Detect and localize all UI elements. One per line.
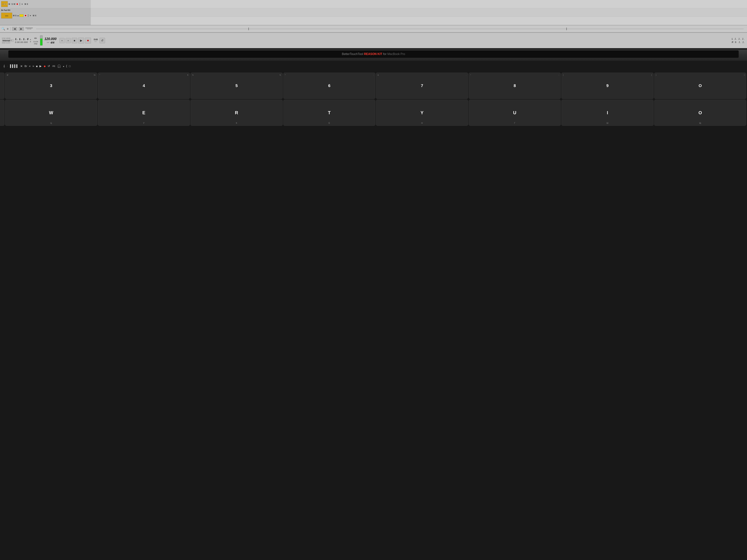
tap-label: TAP [47,42,49,43]
key-partial-left[interactable] [0,73,4,99]
tb-box-icon[interactable]: □ [69,64,70,68]
screen-bezel-bottom [0,48,187,50]
track2-m[interactable]: M [13,15,15,17]
rewind-small-btn[interactable]: ◀ [12,27,17,31]
key-e-main: E [142,110,145,115]
tb-bt-icon[interactable]: ⬥ [63,64,64,68]
ffwd-btn[interactable]: » [66,38,71,43]
key-partial-left-2[interactable] [0,100,4,126]
tb-bars-icon[interactable]: ▌▌▌▌ [10,64,18,68]
position-top: 1. 1. 1. 0 [15,37,29,41]
tb-record-icon[interactable]: ● [44,64,46,68]
track2-arrow[interactable]: ▼ [29,15,31,17]
track1-close[interactable]: X [27,3,28,5]
play-btn[interactable]: ▶ [78,37,84,44]
track1-arrow[interactable]: ▼ [21,3,23,5]
zoom-label: ZOOM [27,28,31,30]
metronome-bar [40,35,43,46]
timeline-ruler: 🔍 ⊕ ◀ ▶ ZOOM [0,25,187,32]
pencil-icon[interactable]: ✏ [34,36,37,41]
tempo-value[interactable]: 120.000 [45,37,56,41]
pre-label: PRE [34,43,37,45]
track2-yellow [20,14,24,17]
tb-stop-icon[interactable]: ■ [36,64,37,68]
key-e-sub: У [143,122,145,124]
track-grid [91,0,187,25]
sync-mode-label: SYNC MODE [2,37,14,39]
sync-mode-value: Internal [3,39,10,42]
alt-label: ALT [95,41,97,43]
track1-mute[interactable]: M [24,3,26,5]
tb-tools-icon[interactable]: ✕ [20,64,23,68]
key-3-topright: № [94,74,96,76]
track1-thumb [1,1,8,7]
zoom-in-icon[interactable]: ⊕ [7,27,9,30]
key-3-main: 3 [50,83,52,88]
click-pre-section: ✏ CLICK PRE [33,36,38,45]
key-w[interactable]: W Ц [5,100,97,126]
track1-controls-w[interactable]: W [14,3,15,5]
stop-btn[interactable]: ■ [72,38,77,43]
track2-w[interactable]: ʍ [17,15,19,17]
tb-loop-icon[interactable]: ↺ [48,64,50,68]
zoom-out-icon[interactable]: 🔍 [1,27,5,31]
tb-br-label[interactable]: Br [24,64,27,68]
track2-record-btn[interactable] [24,14,27,17]
daw-screen: M S W ▼ M X 8k Pad RH |||||||| M S ʍ ▼ M… [0,0,187,56]
transport-bar: SYNC MODE Internal ▼ SEND CLOCK 1. 1. 1.… [0,32,187,48]
track1-record-btn[interactable] [16,3,19,5]
transport-buttons: « » ■ ▶ ● [59,37,91,44]
touch-bar: BetterTouchTool REASON KIT for MacBook P… [8,50,187,58]
tb-ffwd-icon[interactable]: » [32,64,34,68]
key-w-main: W [49,110,53,115]
tb-parenthesis-icon[interactable]: ( [66,64,67,68]
sync-dropdown-arrow: ▼ [10,39,12,41]
keyboard-area: @ № 3 " $ 4 % % 5 ^ : 6 & . 7 [0,72,187,140]
metronome-fill [40,38,43,45]
track2-close[interactable]: X [35,15,36,17]
track2-thumb: |||||||| [1,12,12,19]
position-bottom: 0:00:00:000 [15,41,29,43]
dub-alt-section: DUB ALT [94,38,98,43]
send-clock-label: SEND CLOCK [2,42,14,44]
tb-headphone-icon[interactable]: 🎧 [57,64,61,68]
tb-rewind-icon[interactable]: « [29,64,31,68]
tempo-section: 120.000 TAP 4/4 [45,37,56,44]
tb-play-icon[interactable]: ▶ [40,64,42,68]
tb-waveform-icon[interactable]: 𝄞 [3,64,5,68]
pos-down-arrow[interactable]: ▼ [29,41,31,43]
tb-re-label[interactable]: .RE [52,65,55,67]
key-4-main: 4 [143,83,145,88]
track1-controls-m[interactable]: M [8,3,10,5]
sync-mode-section: SYNC MODE Internal ▼ SEND CLOCK [2,37,14,44]
time-sig[interactable]: 4/4 [51,41,54,44]
keyboard-row-numbers: @ № 3 " $ 4 % % 5 ^ : 6 & . 7 [0,72,187,99]
touch-bar-controls-strip: 𝄞 ⟋ ▌▌▌▌ ✕ Br « » ■ ▶ ● ↺ .RE 🎧 ⬥ ( □ [0,61,187,72]
key-3-topleft: @ [7,74,8,76]
click-label: CLICK [33,41,38,43]
key-3[interactable]: @ № 3 [5,73,97,99]
track2-s[interactable]: S [15,15,17,17]
record-btn[interactable]: ● [85,37,91,44]
ffwd-small-btn[interactable]: ▶ [19,27,24,31]
loop-btn[interactable]: ↺ [100,38,105,43]
rewind-btn[interactable]: « [59,38,65,43]
sync-mode-dropdown[interactable]: Internal ▼ [2,39,14,42]
key-4[interactable]: " $ 4 [98,73,187,99]
tb-slash-icon[interactable]: ⟋ [7,65,8,67]
track1-controls-s[interactable]: S [11,3,13,5]
track2-name: 8k Pad RH [0,8,91,12]
key-e[interactable]: E У [98,100,187,126]
pos-up-arrow[interactable]: ▲ [29,38,31,41]
position-section: 1. 1. 1. 0 0:00:00:000 ▲ ▼ [15,37,31,43]
keyboard-row-letters: W Ц E У R К T Е Y Н U Г I [0,99,187,126]
key-w-sub: Ц [50,122,52,124]
dub-label: DUB [94,38,98,41]
track2-mute[interactable]: M [33,15,34,17]
key-4-topleft: " [100,74,100,76]
